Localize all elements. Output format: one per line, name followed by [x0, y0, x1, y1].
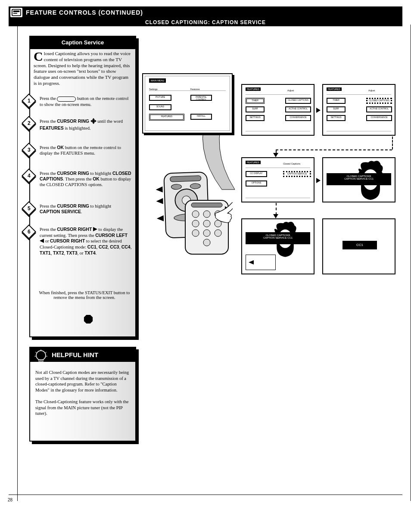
svg-rect-1	[13, 10, 20, 12]
step-1: 1 Press the button on the remote control…	[34, 96, 133, 107]
screen-features-2: FEATURES Adjust TIMER SURF SETTINGS CLOS…	[322, 84, 395, 136]
help-panel: HELPFUL HINT Not all Closed Caption mode…	[29, 347, 136, 442]
dropcap: C	[34, 51, 44, 62]
step-3-text: Press the OK button on the remote contro…	[34, 145, 133, 156]
svg-marker-27	[249, 260, 254, 264]
dashed-path-1v	[392, 137, 393, 149]
steps-title: Caption Service	[30, 37, 135, 49]
svg-marker-6	[90, 120, 92, 122]
result-bar: CC1	[342, 241, 377, 249]
step-5-text: Press the CURSOR RING to highlight CAPTI…	[34, 203, 133, 215]
screen-features-1: FEATURES Adjust TIMER SURF SETTINGS CLOS…	[241, 84, 314, 136]
remote-icon	[151, 170, 233, 256]
svg-marker-5	[92, 122, 95, 124]
intro-text: C losed Captioning allows you to read th…	[34, 51, 133, 87]
diagram-area: MAIN MENU Settings Features PICTURE SOUN…	[138, 67, 401, 278]
lightbulb-icon	[34, 349, 48, 368]
screen-main-menu: MAIN MENU Settings Features PICTURE SOUN…	[142, 73, 233, 134]
page-container: FEATURE CONTROLS (CONTINUED) CLOSED CAPT…	[9, 6, 402, 506]
page-number: 28	[8, 498, 12, 502]
footer-line	[9, 495, 402, 495]
screen-lady-1: CLOSED CAPTIONSCAPTION SERVICE CC1	[322, 157, 395, 202]
stop-icon	[84, 314, 93, 324]
header-subtitle: CLOSED CAPTIONING: CAPTION SERVICE	[9, 19, 402, 26]
steps-panel: Caption Service C losed Captioning allow…	[29, 36, 136, 337]
svg-point-33	[190, 184, 200, 189]
cc-header-icon	[10, 8, 22, 17]
header-title: FEATURE CONTROLS (CONTINUED)	[26, 9, 143, 16]
svg-point-48	[215, 230, 221, 236]
step-1-text: Press the button on the remote control t…	[34, 96, 133, 107]
arrow-1	[316, 108, 321, 113]
dashed-path-1h	[276, 149, 392, 150]
header-bar: FEATURE CONTROLS (CONTINUED)	[9, 6, 402, 19]
step-3: 3 Press the OK button on the remote cont…	[34, 145, 133, 156]
svg-point-3	[92, 120, 95, 122]
svg-point-40	[192, 211, 199, 218]
svg-point-43	[192, 220, 199, 227]
svg-point-41	[203, 211, 210, 218]
svg-point-46	[192, 230, 199, 236]
step-6: 6 Press the CURSOR RIGHT to display the …	[34, 227, 133, 256]
svg-point-47	[203, 230, 210, 236]
caption-bar-1: CLOSED CAPTIONSCAPTION SERVICE CC1	[327, 173, 391, 185]
svg-point-11	[36, 351, 46, 360]
svg-point-44	[203, 220, 210, 227]
step-2: 2 Press the CURSOR RING until the word F…	[34, 118, 133, 131]
step-6-text: Press the CURSOR RIGHT to display the cu…	[34, 227, 133, 256]
svg-marker-35	[156, 187, 162, 193]
arrow-3	[316, 178, 321, 183]
step-done: When finished, press the STATUS/EXIT but…	[37, 290, 132, 300]
control-box	[246, 255, 276, 270]
svg-point-32	[171, 184, 181, 190]
svg-marker-9	[40, 239, 44, 243]
svg-rect-0	[12, 9, 21, 16]
step-5: 5 Press the CURSOR RING to highlight CAP…	[34, 203, 133, 215]
svg-point-49	[203, 239, 210, 246]
step-4-text: Press the CURSOR RING to highlight CLOSE…	[34, 171, 133, 187]
screen-result: CC1	[322, 218, 395, 274]
dashed-path-2	[276, 203, 277, 215]
screen-lady-2: CLOSED CAPTIONSCAPTION SERVICE CC1	[241, 218, 314, 274]
svg-marker-37	[157, 215, 164, 222]
svg-rect-39	[191, 203, 222, 207]
steps-body: C losed Captioning allows you to read th…	[30, 49, 135, 329]
svg-rect-2	[13, 13, 17, 14]
arrow-2	[273, 153, 278, 157]
svg-rect-29	[170, 176, 201, 182]
help-title-text: HELPFUL HINT	[52, 351, 98, 358]
help-body: Not all Closed Caption modes are necessa…	[30, 362, 135, 421]
svg-marker-7	[95, 120, 97, 122]
step-4: 4 Press the CURSOR RING to highlight CLO…	[34, 171, 133, 187]
intro-body: losed Captioning allows you to read the …	[34, 51, 131, 86]
svg-marker-8	[93, 227, 97, 231]
help-title: HELPFUL HINT	[30, 348, 135, 362]
arrow-4	[273, 214, 278, 218]
svg-marker-10	[84, 315, 93, 324]
svg-marker-36	[156, 198, 163, 205]
caption-bar-2: CLOSED CAPTIONSCAPTION SERVICE CC1	[246, 232, 310, 244]
screen-cc-menu: FEATURES Closed Captions CC DISPLAY CAPT…	[241, 157, 314, 202]
step-2-text: Press the CURSOR RING until the word FEA…	[34, 118, 133, 131]
svg-marker-4	[92, 118, 95, 120]
